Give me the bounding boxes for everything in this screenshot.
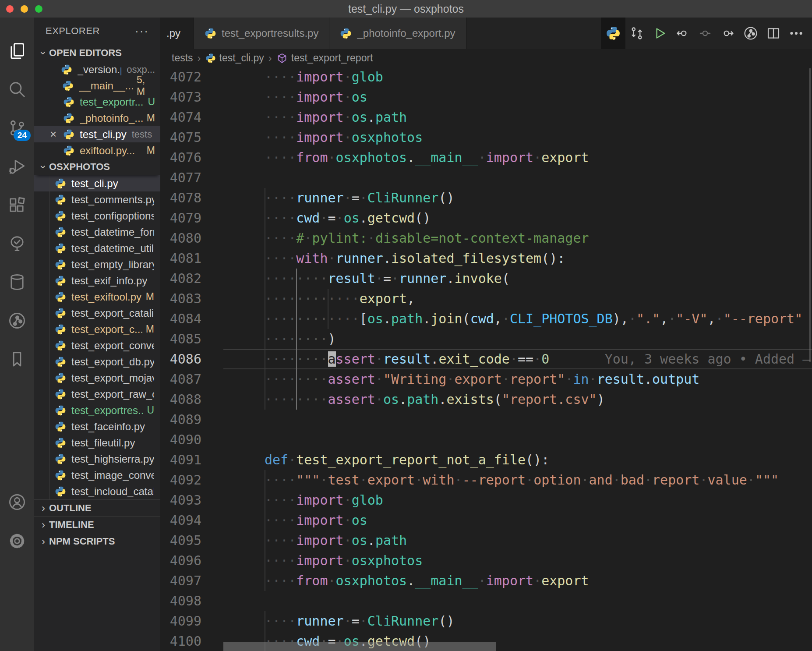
code-line[interactable]: 4072····import·glob bbox=[160, 67, 812, 87]
code-content[interactable]: ····import·os bbox=[265, 87, 812, 107]
line-number[interactable]: 4074 bbox=[160, 107, 265, 127]
code-content[interactable]: ········) bbox=[265, 329, 812, 349]
open-editor-item[interactable]: ×test_exportr...U bbox=[34, 94, 160, 110]
code-line[interactable]: 4084············[os.path.join(cwd,·CLI_P… bbox=[160, 309, 812, 329]
horizontal-scrollbar[interactable] bbox=[223, 642, 496, 651]
code-line[interactable]: 4090 bbox=[160, 430, 812, 450]
previous-change-icon[interactable] bbox=[671, 18, 694, 49]
tree-item[interactable]: test_datetime_utils.... bbox=[34, 240, 160, 256]
line-number[interactable]: 4090 bbox=[160, 430, 265, 450]
line-number[interactable]: 4096 bbox=[160, 551, 265, 571]
vertical-scrollbar[interactable] bbox=[809, 68, 811, 362]
code-content[interactable]: ········assert·"Writing·export·report"·i… bbox=[265, 369, 812, 389]
code-line[interactable]: 4080····#·pylint:·disable=not-context-ma… bbox=[160, 228, 812, 248]
run-file-icon[interactable] bbox=[648, 18, 671, 49]
activity-accounts-icon[interactable] bbox=[0, 483, 34, 521]
open-editor-item[interactable]: ×exiftool.py...M bbox=[34, 142, 160, 159]
activity-explorer-icon[interactable] bbox=[0, 32, 34, 70]
line-number[interactable]: 4084 bbox=[160, 309, 265, 329]
section-npm-scripts[interactable]: ›NPM SCRIPTS bbox=[34, 533, 160, 549]
code-content[interactable]: ····import·osxphotos bbox=[265, 551, 812, 571]
more-actions-icon[interactable]: ··· bbox=[135, 25, 149, 38]
code-line[interactable]: 4087········assert·"Writing·export·repor… bbox=[160, 369, 812, 389]
line-number[interactable]: 4077 bbox=[160, 168, 265, 188]
line-number[interactable]: 4085 bbox=[160, 329, 265, 349]
editor-tab[interactable]: .py bbox=[160, 18, 194, 49]
code-content[interactable]: ····with·runner.isolated_filesystem(): bbox=[265, 248, 812, 269]
breadcrumb[interactable]: tests›test_cli.py›test_export_report bbox=[160, 49, 812, 67]
code-line[interactable]: 4086········assert·result.exit_code·==·0… bbox=[160, 349, 812, 369]
line-number[interactable]: 4072 bbox=[160, 67, 265, 87]
open-editor-item[interactable]: ×__main__....5, M bbox=[34, 78, 160, 94]
minimize-button[interactable] bbox=[21, 5, 28, 13]
code-line[interactable]: 4073····import·os bbox=[160, 87, 812, 107]
activity-settings-icon[interactable] bbox=[0, 522, 34, 560]
code-line[interactable]: 4099····runner·=·CliRunner() bbox=[160, 611, 812, 631]
line-number[interactable]: 4095 bbox=[160, 531, 265, 551]
code-line[interactable]: 4094····import·os bbox=[160, 510, 812, 531]
activity-search-icon[interactable] bbox=[0, 70, 34, 109]
line-number[interactable]: 4089 bbox=[160, 410, 265, 430]
code-line[interactable]: 4079····cwd·=·os.getcwd() bbox=[160, 208, 812, 228]
code-line[interactable]: 4096····import·osxphotos bbox=[160, 551, 812, 571]
code-content[interactable]: ····import·glob bbox=[265, 67, 812, 87]
activity-todo-tree-icon[interactable] bbox=[0, 224, 34, 263]
tree-item[interactable]: test_comments.py bbox=[34, 191, 160, 208]
tree-item[interactable]: test_export_raw_ca... bbox=[34, 386, 160, 402]
code-line[interactable]: 4098 bbox=[160, 591, 812, 611]
section-timeline[interactable]: ›TIMELINE bbox=[34, 516, 160, 533]
activity-database-icon[interactable] bbox=[0, 263, 34, 301]
project-section[interactable]: › OSXPHOTOS bbox=[34, 159, 160, 175]
section-outline[interactable]: ›OUTLINE bbox=[34, 499, 160, 516]
line-number[interactable]: 4078 bbox=[160, 188, 265, 208]
line-number[interactable]: 4081 bbox=[160, 248, 265, 269]
activity-bookmarks-icon[interactable] bbox=[0, 340, 34, 379]
activity-gitlens-icon[interactable] bbox=[0, 301, 34, 340]
code-line[interactable]: 4074····import·os.path bbox=[160, 107, 812, 127]
next-change-icon[interactable] bbox=[717, 18, 739, 49]
line-number[interactable]: 4091 bbox=[160, 450, 265, 470]
tree-item[interactable]: test_exiftool.pyM bbox=[34, 289, 160, 305]
open-editor-item[interactable]: ×test_cli.pytests bbox=[34, 126, 160, 142]
compare-changes-icon[interactable] bbox=[625, 18, 648, 49]
editor-tab[interactable]: _photoinfo_export.py bbox=[329, 18, 466, 49]
tree-item[interactable]: test_highsierra.py bbox=[34, 451, 160, 467]
tree-item[interactable]: test_incloud_catali... bbox=[34, 483, 160, 499]
activity-run-and-debug-icon[interactable] bbox=[0, 147, 34, 186]
tree-item[interactable]: test_export_db.py bbox=[34, 354, 160, 370]
code-content[interactable] bbox=[265, 168, 812, 188]
line-number[interactable]: 4088 bbox=[160, 389, 265, 410]
code-line[interactable]: 4082········result·=·runner.invoke( bbox=[160, 269, 812, 289]
code-line[interactable]: 4089 bbox=[160, 410, 812, 430]
code-content[interactable]: ····runner·=·CliRunner() bbox=[265, 611, 812, 631]
code-line[interactable]: 4097····from·osxphotos.__main__·import·e… bbox=[160, 571, 812, 591]
code-line[interactable]: 4093····import·glob bbox=[160, 490, 812, 510]
line-number[interactable]: 4076 bbox=[160, 148, 265, 168]
code-line[interactable]: 4081····with·runner.isolated_filesystem(… bbox=[160, 248, 812, 269]
line-number[interactable]: 4087 bbox=[160, 369, 265, 389]
code-content[interactable]: ····import·glob bbox=[265, 490, 812, 510]
code-line[interactable]: 4091def·test_export_report_not_a_file(): bbox=[160, 450, 812, 470]
line-number[interactable]: 4083 bbox=[160, 289, 265, 309]
current-change-icon[interactable] bbox=[694, 18, 717, 49]
code-content[interactable]: ····import·os.path bbox=[265, 107, 812, 127]
tree-item[interactable]: test_export_conver... bbox=[34, 337, 160, 354]
code-line[interactable]: 4085········) bbox=[160, 329, 812, 349]
code-editor[interactable]: 4072····import·glob4073····import·os4074… bbox=[160, 67, 812, 651]
tree-item[interactable]: test_fileutil.py bbox=[34, 435, 160, 451]
line-number[interactable]: 4080 bbox=[160, 228, 265, 248]
code-line[interactable]: 4077 bbox=[160, 168, 812, 188]
code-content[interactable] bbox=[265, 430, 812, 450]
tree-item[interactable]: test_export_mojave... bbox=[34, 370, 160, 386]
code-content[interactable]: def·test_export_report_not_a_file(): bbox=[265, 450, 812, 470]
more-actions-icon[interactable] bbox=[785, 18, 808, 49]
close-button[interactable] bbox=[6, 5, 14, 13]
tree-item[interactable]: test_cli.py bbox=[34, 175, 160, 191]
code-line[interactable]: 4088········assert·os.path.exists("repor… bbox=[160, 389, 812, 410]
line-number[interactable]: 4092 bbox=[160, 470, 265, 490]
code-content[interactable] bbox=[265, 410, 812, 430]
line-number[interactable]: 4094 bbox=[160, 510, 265, 531]
code-content[interactable]: ············export, bbox=[265, 289, 812, 309]
activity-extensions-icon[interactable] bbox=[0, 186, 34, 224]
code-line[interactable]: 4076····from·osxphotos.__main__·import·e… bbox=[160, 148, 812, 168]
